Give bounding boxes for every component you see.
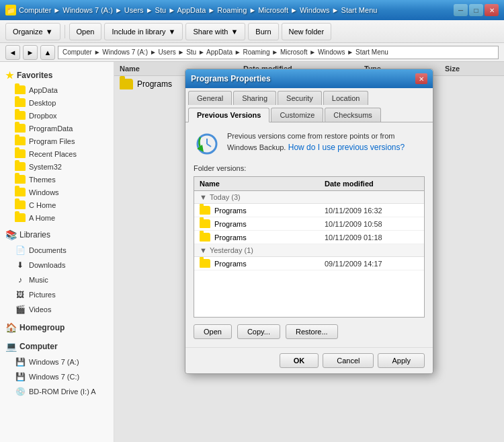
open-version-button[interactable]: Open — [194, 324, 232, 339]
ok-button[interactable]: OK — [280, 353, 319, 368]
content-area: Name Date modified Type Size Programs Pr… — [114, 62, 504, 442]
minimize-button[interactable]: ─ — [454, 4, 468, 16]
restore-icon — [194, 131, 220, 157]
sidebar-item-appdata[interactable]: AppData — [0, 83, 114, 96]
sidebar-item-bdrom[interactable]: 💿 BD-ROM Drive (I:) A — [0, 384, 114, 399]
folder-icon — [15, 162, 26, 171]
tab-previous-versions[interactable]: Previous Versions — [188, 108, 269, 122]
sidebar-item-ahome[interactable]: A Home — [0, 211, 114, 224]
include-in-library-button[interactable]: Include in library ▼ — [104, 23, 183, 40]
maximize-button[interactable]: □ — [469, 4, 483, 16]
document-icon: 📄 — [15, 245, 26, 256]
tab-general[interactable]: General — [188, 91, 232, 105]
picture-icon: 🖼 — [15, 289, 26, 300]
drive-icon: 💾 — [15, 357, 26, 367]
title-bar: 📁 Computer ► Windows 7 (A:) ► Users ► St… — [0, 0, 504, 20]
computer-header[interactable]: 💻 Computer — [0, 338, 114, 355]
version-group-today: ▼ Today (3) — [194, 191, 424, 204]
share-with-button[interactable]: Share with ▼ — [185, 23, 245, 40]
version-row[interactable]: Programs 09/11/2009 14:17 — [194, 257, 424, 270]
homegroup-header[interactable]: 🏠 Homegroup — [0, 320, 114, 336]
close-button[interactable]: ✕ — [485, 4, 499, 16]
folder-icon — [15, 188, 26, 196]
tab-customize[interactable]: Customize — [271, 108, 323, 122]
tab-location[interactable]: Location — [323, 91, 369, 105]
sidebar-item-chome[interactable]: C Home — [0, 198, 114, 211]
sidebar-item-desktop[interactable]: Desktop — [0, 96, 114, 109]
video-icon: 🎬 — [15, 304, 26, 315]
svg-line-2 — [207, 144, 211, 147]
folder-icon — [15, 175, 26, 184]
folder-icon — [200, 233, 210, 242]
sidebar-item-videos[interactable]: 🎬 Videos — [0, 302, 114, 317]
pv-description: Previous versions come from restore poin… — [227, 131, 425, 157]
versions-table: Name Date modified ▼ Today (3) Programs — [194, 176, 425, 318]
dropdown-arrow-icon: ▼ — [46, 28, 53, 36]
disc-icon: 💿 — [15, 386, 26, 397]
version-row[interactable]: Programs 10/11/2009 16:32 — [194, 204, 424, 217]
homegroup-section: 🏠 Homegroup — [0, 320, 114, 336]
tab-row-1: General Sharing Security Location — [185, 88, 433, 105]
forward-button[interactable]: ► — [23, 45, 38, 60]
favorites-header[interactable]: ★ Favorites — [0, 67, 114, 83]
version-row[interactable]: Programs 10/11/2009 10:58 — [194, 217, 424, 231]
address-path[interactable]: Computer ► Windows 7 (A:) ► Users ► Stu … — [58, 46, 499, 59]
sidebar-item-dropbox[interactable]: Dropbox — [0, 109, 114, 122]
dialog-title: Programs Properties — [191, 74, 415, 83]
new-folder-button[interactable]: New folder — [282, 23, 332, 40]
sidebar-item-programdata[interactable]: ProgramData — [0, 122, 114, 135]
sidebar-item-win7a[interactable]: 💾 Windows 7 (A:) — [0, 355, 114, 369]
sidebar-item-music[interactable]: ♪ Music — [0, 272, 114, 287]
folder-icon — [15, 85, 26, 94]
star-icon: ★ — [5, 70, 14, 81]
address-bar: ◄ ► ▲ Computer ► Windows 7 (A:) ► Users … — [0, 43, 504, 62]
sidebar-item-windows[interactable]: Windows — [0, 186, 114, 198]
dialog-tabs: General Sharing Security Location Previo… — [185, 88, 433, 122]
dialog-title-bar: Programs Properties ✕ — [185, 69, 433, 88]
explorer-window: 📁 Computer ► Windows 7 (A:) ► Users ► St… — [0, 0, 504, 442]
tab-sharing[interactable]: Sharing — [233, 91, 276, 105]
favorites-section: ★ Favorites AppData Desktop Dropbox — [0, 67, 114, 224]
sidebar-item-programfiles[interactable]: Program Files — [0, 135, 114, 147]
music-icon: ♪ — [15, 274, 26, 285]
copy-version-button[interactable]: Copy... — [237, 324, 280, 339]
organize-button[interactable]: Organize ▼ — [5, 23, 60, 40]
tab-checksums[interactable]: Checksums — [325, 108, 380, 122]
version-row[interactable]: Programs 10/11/2009 01:18 — [194, 231, 424, 244]
version-group-yesterday: ▼ Yesterday (1) — [194, 244, 424, 257]
folder-icon — [200, 206, 210, 215]
sidebar-item-system32[interactable]: System32 — [0, 160, 114, 173]
help-link[interactable]: How do I use previous versions? — [288, 143, 405, 152]
computer-section: 💻 Computer 💾 Windows 7 (A:) 💾 Windows 7 … — [0, 338, 114, 399]
sidebar: ★ Favorites AppData Desktop Dropbox — [0, 62, 114, 442]
burn-button[interactable]: Burn — [248, 23, 278, 40]
folder-icon — [200, 259, 210, 268]
sidebar-item-pictures[interactable]: 🖼 Pictures — [0, 287, 114, 302]
libraries-icon: 📚 — [5, 229, 17, 240]
restore-version-button[interactable]: Restore... — [286, 324, 338, 339]
sidebar-item-win7c[interactable]: 💾 Windows 7 (C:) — [0, 369, 114, 384]
download-icon: ⬇ — [15, 260, 26, 270]
sidebar-item-downloads[interactable]: ⬇ Downloads — [0, 258, 114, 272]
tab-security[interactable]: Security — [278, 91, 322, 105]
folder-icon — [15, 124, 26, 133]
up-button[interactable]: ▲ — [40, 45, 55, 60]
libraries-header[interactable]: 📚 Libraries — [0, 227, 114, 243]
folder-icon — [15, 213, 26, 222]
back-button[interactable]: ◄ — [5, 45, 20, 60]
sidebar-item-documents[interactable]: 📄 Documents — [0, 243, 114, 258]
dialog-close-button[interactable]: ✕ — [415, 73, 427, 84]
cancel-button[interactable]: Cancel — [323, 353, 374, 368]
collapse-icon: ▼ — [200, 246, 207, 254]
sidebar-item-themes[interactable]: Themes — [0, 173, 114, 186]
window-controls: ─ □ ✕ — [454, 4, 499, 16]
folder-icon — [15, 137, 26, 145]
tab-row-2: Previous Versions Customize Checksums — [185, 105, 433, 122]
folder-icon — [200, 219, 210, 228]
collapse-icon: ▼ — [200, 193, 207, 201]
sidebar-item-recentplaces[interactable]: Recent Places — [0, 147, 114, 160]
folder-icon — [15, 98, 26, 107]
dialog-action-buttons: Open Copy... Restore... — [194, 324, 425, 339]
open-button[interactable]: Open — [69, 23, 102, 40]
apply-button[interactable]: Apply — [378, 353, 425, 368]
